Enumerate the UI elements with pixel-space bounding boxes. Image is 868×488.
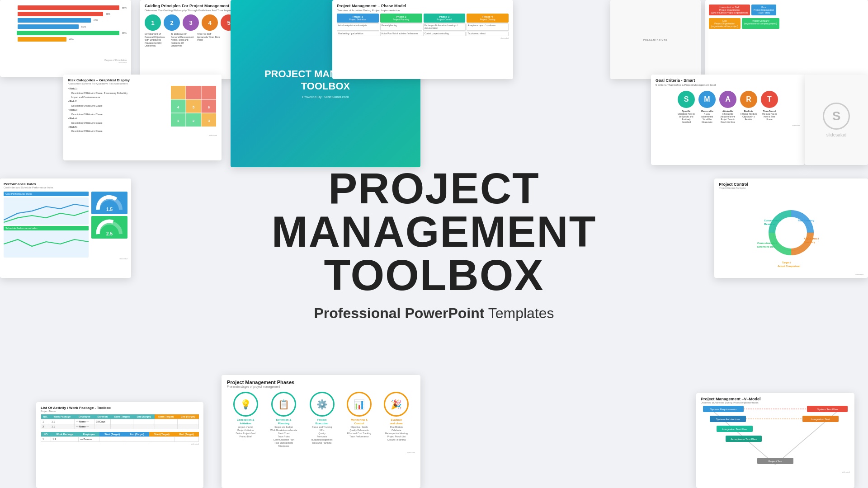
risk-matrix: 1 2 3 4 5 6 — [171, 86, 216, 127]
svg-text:Inventory: Inventory — [804, 241, 816, 244]
svg-text:5: 5 — [193, 105, 195, 109]
risk-brand: slidesalad — [68, 134, 217, 136]
act-col-end1: End (Target) — [133, 414, 155, 419]
table-row: 21.1— Name — — [41, 424, 199, 429]
act-col-dur: Duration — [94, 414, 111, 419]
phase-hero-powered: Powered By: SlideSalad.com — [302, 95, 349, 99]
svg-text:Determine Dev.: Determine Dev. — [757, 245, 775, 248]
act-col-emp: Employee — [74, 414, 94, 419]
svg-text:System Requirements: System Requirements — [710, 408, 736, 411]
pmp-label-2: Definition &Planning — [270, 418, 297, 426]
smart-label-r: RealisticIt Should Needs to Objective in… — [740, 110, 757, 123]
svg-text:1.5: 1.5 — [106, 207, 113, 212]
vm-diagram-svg: System Requirements System Architecture … — [701, 406, 850, 469]
gp-text-1: Development Of Personal Objectives With … — [145, 33, 168, 47]
svg-text:Conception Of: Conception Of — [764, 219, 781, 222]
pmp-subtitle: Five main stages of project management — [227, 385, 415, 388]
svg-text:Actual Data /: Actual Data / — [804, 237, 819, 240]
pmp-label-3: ProjectExecution — [310, 418, 335, 426]
svg-text:Fine Planning: Fine Planning — [798, 219, 814, 222]
sched-line-chart — [4, 230, 89, 258]
risk-subtitle: Assessment Scheme For Qualitative Risk A… — [68, 82, 217, 85]
pm-cell-2-2: Action Plan / list of activities / miles… — [380, 32, 423, 36]
pm-phase-4: Phase 4Project Closing — [467, 14, 509, 23]
pm-cell-4-1: Acceptance report / conclusion — [467, 23, 509, 31]
pmp-desc-2: Scope and budgetWork Breakdown scheduleG… — [270, 426, 297, 448]
ss-logo-text: slidesalad — [826, 132, 846, 137]
hero-subtitle: Professional PowerPoint Templates — [217, 305, 651, 322]
smart-t: T — [761, 91, 778, 108]
bar-chart-brand: slidesalad — [5, 61, 127, 64]
slide-goal-criteria: Goal Criteria - Smart 5 Criteria That De… — [651, 75, 805, 165]
act-col-no: NO. — [41, 414, 50, 419]
perf-subtitle: Cost Index and Schedule Performance Inde… — [4, 186, 127, 189]
cost-perf-label: Cost Performance Index — [4, 192, 89, 196]
pm-phase-3: Phase 3Project Control — [424, 14, 466, 23]
svg-text:2.5: 2.5 — [106, 231, 113, 236]
pmp-label-5: Evaluateand close — [384, 418, 409, 426]
svg-text:Project Test: Project Test — [768, 460, 783, 463]
sched-perf-label: Schedule Performance Index — [4, 226, 89, 230]
svg-text:Actual Comparison: Actual Comparison — [778, 265, 801, 267]
org-box-1: Line — And — StaffProject Organization(L… — [709, 5, 750, 15]
vm-brand: slidesalad — [701, 471, 850, 473]
act-col-wp: Work Package — [50, 414, 74, 419]
slide-performance-index: Performance Index Cost Index and Schedul… — [0, 178, 131, 278]
svg-text:Cause Analysis /: Cause Analysis / — [757, 242, 777, 244]
svg-text:2: 2 — [193, 119, 195, 123]
pc-title: Project Control — [719, 182, 863, 187]
slide-phase-model: Project Management – Phase Model Overvie… — [332, 0, 513, 79]
svg-text:Acceptance Test Plan: Acceptance Test Plan — [731, 438, 757, 441]
smart-m: M — [698, 91, 716, 108]
gauge-cost: 1.5 — [91, 192, 127, 214]
vm-title: Project Management –V–Model — [701, 397, 850, 401]
pmp-phase-2: 📋 Definition &Planning Scope and budgetW… — [270, 392, 297, 448]
pm-cell-2-1: General planning — [380, 23, 423, 31]
pmp-phase-1: 💡 Conception &Initiation project charter… — [233, 392, 258, 448]
pm-cell-3-1: Exchange of information / meetings / doc… — [423, 23, 466, 31]
gp-circle-3: 3 — [183, 14, 199, 31]
act-col-start1: Start (Target) — [111, 414, 133, 419]
smart-label-m: MeasurableA Goal Achievement Should be M… — [698, 110, 716, 123]
smart-a: A — [719, 91, 736, 108]
pm-cell-1-2: Goal setting / goal definition — [337, 32, 379, 36]
pm-cell-3-2: Control / project controlling — [423, 32, 466, 36]
smart-label-t: Time-BoundThe Goal Has to Have a Time Fr… — [761, 110, 778, 123]
pm-phase-1: Phase 1Project Definition — [337, 14, 379, 23]
act-table: NO. Work Package Employee Duration Start… — [41, 414, 199, 429]
vm-subtitle: Overview of Activities During Project Im… — [701, 401, 850, 404]
act-title: List Of Activity / Work Package - Toolbo… — [41, 406, 199, 410]
pmp-label-1: Conception &Initiation — [233, 418, 258, 426]
smart-label-s: SpecificObjectives Have to be Specific a… — [678, 110, 695, 123]
smart-s: S — [678, 91, 695, 108]
pmp-desc-3: Status and TrackingKPIsQualityForecastsB… — [310, 426, 335, 445]
gauge-schedule: 2.5 — [91, 216, 127, 239]
pm-title: Project Management – Phase Model — [337, 4, 509, 8]
slide-logo-area: PRESENTATIONS — [610, 0, 701, 79]
act-col-end2: End (Target) — [177, 414, 198, 419]
table-row: 11.1— Name —15 Days — [41, 419, 199, 424]
pmp-label-4: Monitoring &Control — [347, 418, 372, 426]
cost-line-chart — [4, 197, 89, 225]
gp-circle-2: 2 — [164, 14, 180, 31]
pmp-desc-4: Objective / GoalsQuality DeliverableEffo… — [347, 426, 372, 438]
risk-title: Risk Categories – Graphical Display — [68, 78, 217, 82]
slide-activity-list: List Of Activity / Work Package - Toolbo… — [36, 402, 203, 488]
gp-circle-1: 1 — [145, 14, 161, 31]
pc-subtitle: Project Control As Cycle — [719, 187, 863, 189]
slide-slidesalad-logo: S slidesalad — [805, 75, 868, 165]
slide-bar-chart: 85% 70% 60% 50% 90% — [0, 0, 131, 77]
org-box-4: Project Company(organizational company p… — [742, 18, 779, 29]
logo-label: PRESENTATIONS — [643, 38, 668, 41]
gc-brand: slidesalad — [656, 124, 800, 127]
gp-circle-4: 4 — [202, 14, 218, 31]
svg-text:1: 1 — [177, 119, 179, 123]
gc-subtitle: 5 Criteria That Define a Project Managem… — [656, 84, 800, 86]
act-subtitle: Project Name — [41, 410, 199, 413]
slide-risk-categories: Risk Categories – Graphical Display Asse… — [63, 75, 222, 160]
slide-v-model: Project Management –V–Model Overview of … — [696, 393, 854, 488]
pmp-phase-4: 📊 Monitoring &Control Objective / GoalsQ… — [347, 392, 372, 448]
pm-cell-4-2: Touchdown / reboot — [467, 32, 509, 36]
ss-logo-s: S — [823, 103, 850, 130]
act-brand: slidesalad — [41, 443, 199, 445]
